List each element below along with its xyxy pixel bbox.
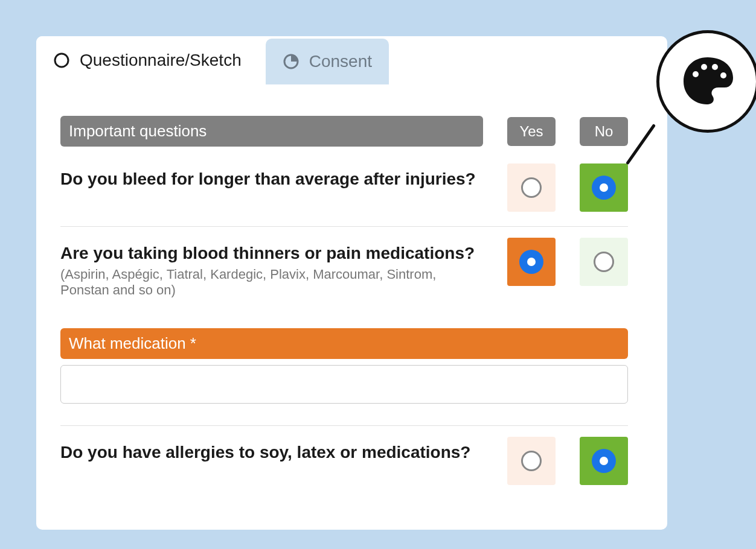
svg-point-2 <box>693 71 699 77</box>
palette-icon <box>678 50 738 113</box>
answer-cell-yes[interactable] <box>507 238 556 286</box>
question-text-block: Do you have allergies to soy, latex or m… <box>60 437 483 462</box>
tab-consent[interactable]: Consent <box>266 39 389 84</box>
tab-bar: Questionnaire/Sketch Consent <box>36 36 667 84</box>
theme-palette-button[interactable] <box>656 30 756 133</box>
column-header-no: No <box>580 117 628 146</box>
svg-point-4 <box>712 64 718 70</box>
answer-cell-yes[interactable] <box>507 437 556 485</box>
circle-outline-icon <box>53 52 70 69</box>
answer-cell-no[interactable] <box>580 238 628 286</box>
followup-input[interactable] <box>60 365 628 404</box>
tab-label: Questionnaire/Sketch <box>80 51 242 70</box>
answer-cell-no[interactable] <box>580 163 628 212</box>
column-header-yes: Yes <box>507 117 556 146</box>
question-subtext: (Aspirin, Aspégic, Tiatral, Kardegic, Pl… <box>60 267 471 298</box>
question-text: Do you bleed for longer than average aft… <box>60 170 483 189</box>
svg-point-0 <box>55 54 68 67</box>
radio-selected-icon <box>592 449 616 473</box>
svg-point-5 <box>720 72 726 78</box>
question-text-block: Do you bleed for longer than average aft… <box>60 163 483 189</box>
answer-cell-yes[interactable] <box>507 163 556 212</box>
radio-unselected-icon <box>521 451 542 471</box>
question-text: Do you have allergies to soy, latex or m… <box>60 443 483 462</box>
section-header: Important questions <box>60 116 483 147</box>
tab-label: Consent <box>309 52 372 71</box>
questionnaire-body: Important questions Yes No Do you bleed … <box>36 84 667 530</box>
question-text-block: Are you taking blood thinners or pain me… <box>60 238 483 298</box>
radio-selected-icon <box>519 250 543 274</box>
question-text: Are you taking blood thinners or pain me… <box>60 244 483 263</box>
questionnaire-card: Questionnaire/Sketch Consent Important q… <box>36 36 667 530</box>
question-row: Are you taking blood thinners or pain me… <box>60 227 628 313</box>
tab-questionnaire[interactable]: Questionnaire/Sketch <box>36 36 258 84</box>
followup-label: What medication * <box>60 328 628 359</box>
radio-unselected-icon <box>521 177 542 198</box>
question-row: Do you have allergies to soy, latex or m… <box>60 426 628 500</box>
answer-cell-no[interactable] <box>580 437 628 485</box>
radio-unselected-icon <box>594 252 614 272</box>
question-row: Do you bleed for longer than average aft… <box>60 153 628 227</box>
pie-progress-icon <box>283 53 300 70</box>
svg-point-3 <box>701 64 707 70</box>
header-row: Important questions Yes No <box>60 116 628 147</box>
radio-selected-icon <box>592 176 616 200</box>
